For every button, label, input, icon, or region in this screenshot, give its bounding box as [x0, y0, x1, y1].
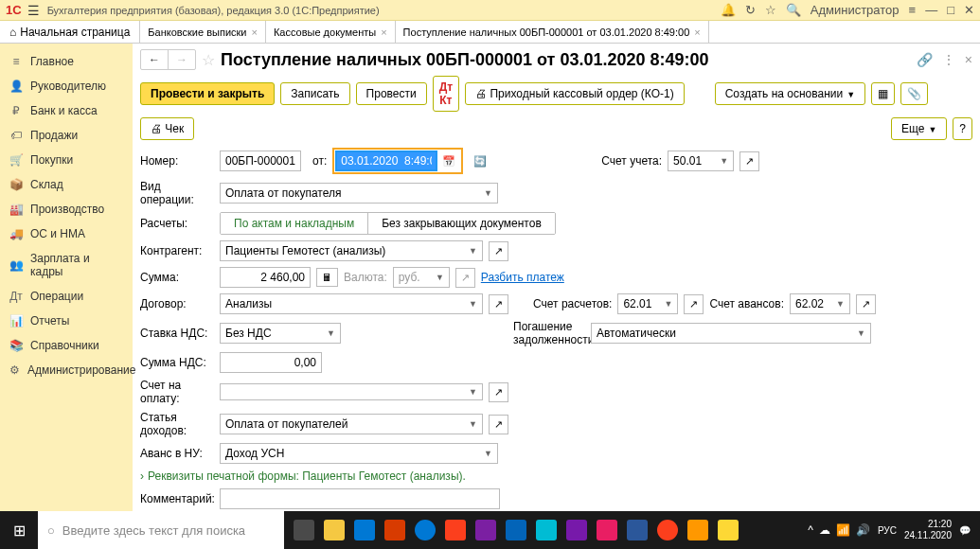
close-icon[interactable]: ×	[381, 27, 386, 38]
split-payment-link[interactable]: Разбить платеж	[481, 271, 564, 284]
layout-button[interactable]: ▦	[871, 82, 895, 105]
acc-adv-select[interactable]: 62.02▼	[790, 293, 850, 314]
date-input[interactable]	[335, 151, 437, 171]
app-icon-3[interactable]	[684, 511, 712, 549]
close-icon[interactable]: ×	[694, 27, 700, 38]
calc-acts-button[interactable]: По актам и накладным	[221, 213, 368, 234]
sidebar-item-production[interactable]: 🏭Производство	[0, 197, 133, 221]
link-icon[interactable]: 🔗	[917, 52, 933, 67]
help-button[interactable]: ?	[953, 117, 972, 140]
word-icon[interactable]	[623, 511, 651, 549]
forward-button[interactable]: →	[168, 50, 195, 69]
debt-select[interactable]: Автоматически▼	[591, 323, 871, 344]
home-tab[interactable]: ⌂ Начальная страница	[0, 21, 140, 43]
open-account-icon[interactable]: ↗	[739, 151, 759, 171]
sidebar-item-warehouse[interactable]: 📦Склад	[0, 172, 133, 197]
1c-icon[interactable]	[714, 511, 742, 549]
open-income-icon[interactable]: ↗	[489, 415, 508, 434]
user-label[interactable]: Администратор	[811, 3, 900, 17]
refresh-date-icon[interactable]: 🔄	[469, 152, 491, 170]
onedrive-icon[interactable]	[502, 511, 530, 549]
bell-icon[interactable]: 🔔	[721, 3, 736, 17]
create-based-button[interactable]: Создать на основании▼	[715, 82, 865, 105]
wifi-icon[interactable]: 📶	[836, 523, 850, 537]
income-select[interactable]: Оплата от покупателей▼	[220, 414, 483, 434]
notifications-icon[interactable]: 💬	[959, 525, 971, 536]
favorite-star-icon[interactable]: ☆	[202, 51, 215, 69]
save-button[interactable]: Записать	[280, 82, 349, 105]
mail-icon[interactable]	[350, 511, 379, 549]
acc-calc-select[interactable]: 62.01▼	[617, 293, 678, 314]
vat-sum-input[interactable]	[220, 352, 322, 373]
task-view-icon[interactable]	[290, 511, 318, 549]
contragent-select[interactable]: Пациенты Гемотест (анализы)▼	[220, 240, 483, 261]
calc-noclose-button[interactable]: Без закрывающих документов	[368, 213, 555, 234]
account-select[interactable]: 50.01▼	[668, 151, 734, 171]
chevron-up-icon[interactable]: ^	[808, 523, 813, 537]
calendar-icon[interactable]: 📅	[437, 152, 460, 170]
ybrowser-icon[interactable]	[653, 511, 682, 549]
sidebar-item-main[interactable]: ≡Главное	[0, 49, 133, 74]
close-icon[interactable]: ×	[251, 27, 257, 38]
open-acc-calc-icon[interactable]: ↗	[684, 294, 704, 314]
close-doc-icon[interactable]: ×	[965, 52, 972, 67]
photo-icon[interactable]	[593, 511, 621, 549]
app-icon-1[interactable]	[472, 511, 500, 549]
check-button[interactable]: 🖨 Чек	[140, 117, 194, 140]
edge-icon[interactable]	[411, 511, 439, 549]
sidebar-item-salary[interactable]: 👥Зарплата и кадры	[0, 246, 133, 284]
sum-input[interactable]	[220, 267, 311, 288]
calc-icon[interactable]: 🖩	[316, 268, 338, 287]
sidebar-item-reports[interactable]: 📊Отчеты	[0, 309, 133, 333]
sidebar-item-admin[interactable]: ⚙Администрирование	[0, 358, 133, 382]
tab-bank[interactable]: Банковские выписки ×	[140, 21, 266, 43]
explorer-icon[interactable]	[320, 511, 348, 549]
search-icon[interactable]: 🔍	[786, 3, 801, 17]
post-and-close-button[interactable]: Провести и закрыть	[140, 82, 275, 105]
open-bill-icon[interactable]: ↗	[489, 382, 508, 402]
lang-indicator[interactable]: РУС	[878, 525, 897, 536]
tab-cash-docs[interactable]: Кассовые документы ×	[266, 21, 396, 43]
open-currency-icon[interactable]: ↗	[455, 268, 475, 288]
dt-kt-button[interactable]: ДтКт	[433, 76, 459, 112]
number-input[interactable]	[220, 151, 301, 171]
contract-select[interactable]: Анализы▼	[220, 293, 483, 314]
sidebar-item-bank[interactable]: ₽Банк и касса	[0, 98, 133, 123]
comment-input[interactable]	[220, 488, 500, 509]
onenote-icon[interactable]	[562, 511, 591, 549]
sidebar-item-operations[interactable]: ДтОперации	[0, 284, 133, 309]
minimize-icon[interactable]: —	[925, 3, 937, 17]
print-req-toggle[interactable]: Реквизиты печатной формы: Пациенты Гемот…	[140, 469, 972, 483]
maximize-icon[interactable]: □	[947, 3, 954, 17]
app-icon-2[interactable]	[532, 511, 561, 549]
vat-rate-select[interactable]: Без НДС▼	[220, 323, 341, 344]
print-order-button[interactable]: 🖨 Приходный кассовый ордер (КО-1)	[465, 82, 685, 105]
cloud-icon[interactable]: ☁	[819, 523, 830, 537]
tab-cash-receipt[interactable]: Поступление наличных 00БП-000001 от 03.0…	[396, 21, 709, 43]
sidebar-item-refs[interactable]: 📚Справочники	[0, 333, 133, 358]
windows-search[interactable]: ○ Введите здесь текст для поиска	[38, 511, 284, 549]
post-button[interactable]: Провести	[356, 82, 427, 105]
start-button[interactable]: ⊞	[0, 511, 38, 549]
sidebar-item-purchases[interactable]: 🛒Покупки	[0, 148, 133, 172]
yandex-icon[interactable]	[441, 511, 470, 549]
store-icon[interactable]	[381, 511, 409, 549]
open-contragent-icon[interactable]: ↗	[489, 241, 508, 261]
bill-select[interactable]: ▼	[220, 383, 483, 400]
back-button[interactable]: ←	[141, 50, 168, 69]
clock[interactable]: 21:20 24.11.2020	[904, 519, 952, 541]
settings-icon[interactable]: ≡	[909, 3, 917, 17]
attach-button[interactable]: 📎	[900, 82, 928, 105]
sidebar-item-assets[interactable]: 🚚ОС и НМА	[0, 221, 133, 246]
more-button[interactable]: Еще▼	[891, 117, 947, 140]
volume-icon[interactable]: 🔊	[856, 523, 870, 537]
currency-select[interactable]: руб.▼	[393, 267, 450, 288]
sidebar-item-sales[interactable]: 🏷Продажи	[0, 123, 133, 148]
advance-select[interactable]: Доход УСН▼	[220, 443, 498, 464]
kebab-icon[interactable]: ⋮	[942, 52, 955, 67]
op-type-select[interactable]: Оплата от покупателя▼	[220, 183, 498, 204]
open-contract-icon[interactable]: ↗	[489, 294, 508, 314]
open-acc-adv-icon[interactable]: ↗	[856, 294, 876, 314]
history-icon[interactable]: ↻	[745, 3, 756, 17]
menu-icon[interactable]: ☰	[27, 3, 40, 18]
